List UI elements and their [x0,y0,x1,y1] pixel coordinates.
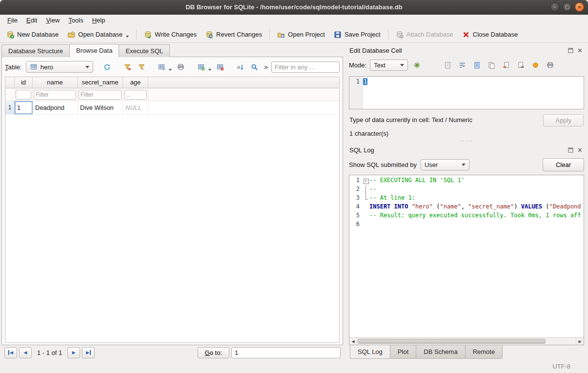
revert-changes-label: Revert Changes [216,31,262,38]
next-record-button[interactable]: ▶ [67,347,80,358]
dock-tab-db-schema[interactable]: DB Schema [416,345,465,359]
clear-filters-button[interactable] [122,61,134,73]
save-project-button[interactable]: Save Project [330,29,385,41]
filter-input-name[interactable] [34,90,76,100]
toolbar-overflow-chevron[interactable]: » [264,63,268,71]
grid-empty-area[interactable] [5,115,339,342]
dock-splitter-handle[interactable]: ····· [349,138,584,144]
close-panel-icon[interactable]: ✕ [576,47,584,54]
open-database-button[interactable]: Open Database [63,29,133,41]
sql-log-lines: 1 -- EXECUTING ALL IN 'SQL 1' 2 -- 3 [349,175,584,337]
submitted-by-combobox[interactable]: User [421,159,469,170]
open-project-button[interactable]: Open Project [273,29,329,41]
column-header-age[interactable]: age [123,77,148,88]
open-database-dropdown-icon[interactable] [126,36,129,38]
menu-tools[interactable]: Tools [64,15,87,26]
filter-input-id[interactable] [16,90,31,100]
print-cell-button[interactable] [545,60,555,70]
column-header-id[interactable]: id [15,77,33,88]
fold-marker-icon[interactable] [362,177,369,186]
svg-text:A: A [237,65,240,70]
dock-tab-plot[interactable]: Plot [390,345,416,359]
clear-log-button[interactable]: Clear [543,158,584,171]
close-database-button[interactable]: Close Database [458,29,522,41]
find-button[interactable] [248,61,261,73]
minimize-button[interactable]: − [550,2,560,12]
filter-input-age[interactable] [124,90,147,100]
close-panel-icon[interactable]: ✕ [576,146,584,154]
float-panel-icon[interactable] [567,146,574,154]
cell-editor[interactable]: 1 1 [349,76,584,109]
filter-any-input[interactable] [271,62,340,73]
goto-button[interactable]: Go to: [198,347,229,358]
delete-record-icon [216,63,224,71]
attach-database-icon [396,31,404,39]
print-table-button[interactable] [175,61,187,73]
column-header-name[interactable]: name [33,77,78,88]
scroll-left-icon[interactable]: ◀ [349,338,357,345]
menu-help[interactable]: Help [88,15,110,26]
copy-button[interactable] [486,60,497,70]
tab-execute-sql[interactable]: Execute SQL [119,44,170,57]
edit-filters-button[interactable] [136,61,148,73]
delete-record-button[interactable] [214,61,226,73]
import-button[interactable] [501,60,511,70]
word-wrap-button[interactable] [457,60,467,70]
corner-header[interactable] [5,77,15,88]
revert-changes-button[interactable]: Revert Changes [202,29,266,41]
cell-editor-content[interactable]: 1 [363,77,368,109]
table-combobox[interactable]: hero [26,61,93,73]
export-button[interactable] [515,60,526,70]
open-in-editor-button[interactable] [471,60,482,70]
mode-combobox[interactable]: Text [370,60,408,71]
new-database-button[interactable]: New Database [2,29,62,41]
menu-view[interactable]: View [41,15,64,26]
tab-database-structure[interactable]: Database Structure [1,44,70,57]
menu-file[interactable]: File [3,15,22,26]
refresh-button[interactable] [101,61,113,73]
horizontal-scrollbar[interactable]: ◀ ▶ [349,337,584,345]
cell-name[interactable]: Deadpond [33,101,78,114]
scroll-right-icon[interactable]: ▶ [576,338,584,345]
last-record-button[interactable]: ▶ [82,347,95,358]
apply-format-button[interactable] [411,60,422,70]
sql-log-view[interactable]: 1 -- EXECUTING ALL IN 'SQL 1' 2 -- 3 [349,175,584,345]
set-null-button[interactable] [530,60,541,70]
save-table-icon [158,63,166,71]
tab-browse-data[interactable]: Browse Data [69,44,119,57]
title-bar[interactable]: DB Browser for SQLite - /home/user/code/… [0,0,588,15]
previous-record-button[interactable]: ◀ [19,347,32,358]
menu-bar: File Edit View Tools Help [0,15,588,26]
table-combobox-value: hero [41,63,79,71]
scrollbar-track[interactable] [357,338,576,345]
cell-age[interactable]: NULL [123,101,148,114]
float-panel-icon[interactable] [567,47,574,54]
maximize-button[interactable]: ▢ [563,2,572,12]
edit-cell-icons [442,60,555,70]
cell-secret-name[interactable]: Dive Wilson [78,101,123,114]
cell-id[interactable]: 1 [15,101,33,114]
goto-input[interactable] [231,347,341,358]
write-changes-button[interactable]: Write Changes [140,29,201,41]
save-table-button[interactable] [156,61,168,73]
close-button[interactable]: ✕ [575,2,584,12]
dock-tab-remote[interactable]: Remote [465,345,503,359]
null-icon [531,61,539,69]
menu-edit[interactable]: Edit [22,15,41,26]
chevron-down-icon [85,66,89,68]
cell-size-text: 1 character(s) [349,130,584,137]
sql-log-titlebar: SQL Log ✕ [349,145,584,155]
insert-record-button[interactable] [195,61,207,73]
dock-tab-sql-log[interactable]: SQL Log [350,345,390,359]
column-header-secret-name[interactable]: secret_name [78,77,123,88]
save-table-dropdown-icon[interactable] [169,69,172,71]
insert-record-dropdown-icon[interactable] [208,69,211,71]
text-view-button[interactable] [442,60,453,70]
scrollbar-handle[interactable] [358,339,546,344]
filter-input-secret-name[interactable] [79,90,122,100]
first-record-button[interactable]: ◀ [4,347,17,358]
chevron-down-icon [462,164,466,166]
edit-filters-icon [138,63,145,71]
sort-button[interactable]: A [234,61,246,73]
row-header[interactable]: 1 [5,101,15,114]
